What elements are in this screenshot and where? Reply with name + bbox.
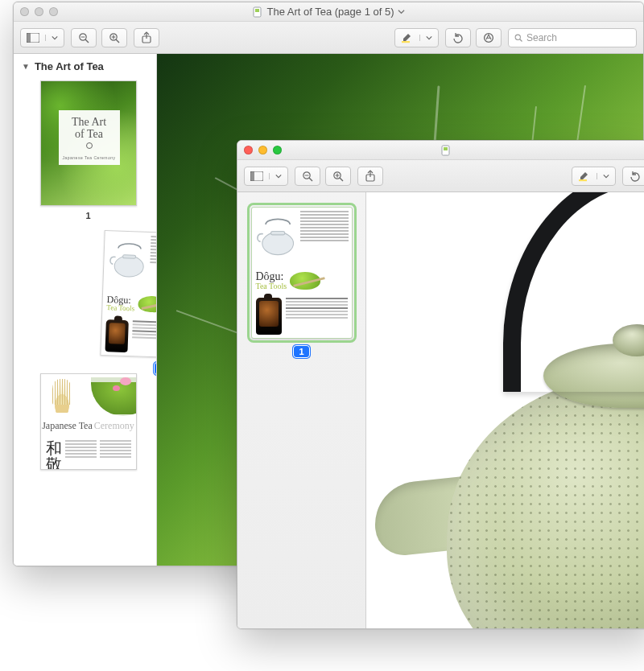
highlight-button[interactable]	[394, 28, 439, 47]
svg-rect-19	[442, 146, 449, 155]
teapot-icon	[105, 240, 149, 280]
zoom-button[interactable]	[49, 7, 58, 16]
rotate-button[interactable]	[622, 167, 644, 186]
titlebar-back[interactable]: The Art of Tea (page 1 of 5)	[14, 2, 643, 22]
zoom-in-icon	[108, 31, 121, 44]
search-field[interactable]: Search	[508, 28, 637, 47]
sidebar-toggle[interactable]	[20, 28, 64, 47]
zoom-out-icon	[301, 170, 314, 183]
document-icon	[252, 6, 263, 18]
titlebar-front[interactable]	[237, 141, 644, 160]
chevron-down-icon	[269, 173, 287, 179]
svg-line-24	[309, 178, 312, 181]
teapot-image	[382, 192, 644, 628]
svg-rect-22	[250, 171, 254, 181]
sidebar-icon	[21, 33, 45, 43]
chevron-down-icon	[597, 173, 615, 179]
preview-window-front: Dôgu: Tea Tools 1	[237, 140, 644, 629]
svg-line-8	[116, 39, 119, 43]
page-thumbnail-1[interactable]: Dôgu: Tea Tools	[251, 207, 353, 339]
svg-rect-34	[270, 232, 284, 235]
minimize-button[interactable]	[35, 7, 43, 16]
page-thumbnail-2[interactable]: Dôgu: Tea Tools	[100, 230, 157, 359]
page-number-1: 1	[85, 211, 90, 220]
share-button[interactable]	[134, 28, 159, 47]
svg-line-16	[520, 39, 522, 41]
whisk-icon	[46, 379, 78, 413]
minimize-button[interactable]	[258, 146, 267, 154]
zoom-in-button[interactable]	[101, 28, 127, 47]
sidebar-heading: The Art of Tea	[35, 60, 104, 72]
zoom-out-button[interactable]	[295, 167, 320, 186]
chevron-down-icon[interactable]	[398, 8, 405, 15]
teapot-icon	[254, 216, 299, 257]
tea-caddy-icon	[105, 319, 128, 352]
share-button[interactable]	[357, 167, 383, 186]
cover-card: The Art of Tea Japanese Tea Ceremony	[59, 110, 120, 165]
window-title: The Art of Tea (page 1 of 5)	[266, 6, 394, 18]
share-icon	[141, 31, 152, 44]
markup-icon	[482, 31, 495, 44]
svg-line-27	[340, 178, 343, 181]
ceremony-title: Japanese Tea Ceremony	[41, 414, 136, 437]
svg-rect-3	[27, 33, 31, 43]
zoom-out-icon	[77, 31, 90, 44]
share-icon	[365, 170, 376, 183]
toolbar-back: Search	[14, 22, 643, 54]
chevron-down-icon	[45, 35, 64, 41]
rotate-icon	[452, 32, 464, 43]
highlighter-icon	[572, 171, 597, 182]
svg-rect-0	[254, 7, 261, 17]
highlight-button[interactable]	[572, 167, 616, 186]
markup-button[interactable]	[476, 28, 502, 47]
svg-point-15	[515, 35, 520, 39]
svg-rect-1	[255, 9, 259, 12]
disclosure-triangle-icon[interactable]: ▼	[22, 62, 30, 71]
highlighter-icon	[395, 32, 419, 43]
thumbnail-sidebar[interactable]: ▼ The Art of Tea The Art of Tea Japanese…	[14, 54, 157, 566]
thumbnail-sidebar-front[interactable]: Dôgu: Tea Tools 1	[237, 192, 366, 628]
chevron-down-icon	[419, 35, 438, 41]
svg-rect-18	[122, 255, 135, 259]
tea-caddy-icon	[256, 298, 282, 335]
traffic-lights-front[interactable]	[244, 146, 282, 154]
page-thumbnail-3[interactable]: Japanese Tea Ceremony 和 敬	[40, 373, 137, 470]
page-thumbnail-1[interactable]: The Art of Tea Japanese Tea Ceremony	[40, 80, 137, 206]
close-button[interactable]	[244, 146, 253, 154]
document-icon	[440, 145, 452, 156]
zoom-button[interactable]	[273, 146, 282, 154]
svg-rect-20	[444, 147, 448, 150]
rotate-button[interactable]	[445, 28, 471, 47]
zoom-out-button[interactable]	[71, 28, 97, 47]
page-badge: 1	[293, 345, 309, 358]
svg-line-5	[85, 39, 89, 43]
search-icon	[514, 33, 523, 43]
zoom-in-icon	[332, 170, 345, 183]
svg-rect-13	[402, 41, 410, 43]
zoom-in-button[interactable]	[325, 167, 351, 186]
document-canvas-front[interactable]	[366, 192, 644, 628]
sidebar-heading-row[interactable]: ▼ The Art of Tea	[14, 57, 156, 77]
toolbar-front	[237, 160, 644, 192]
close-button[interactable]	[20, 7, 29, 16]
sidebar-toggle[interactable]	[244, 167, 288, 186]
sidebar-icon	[245, 171, 269, 181]
svg-point-33	[262, 233, 293, 255]
traffic-lights-back[interactable]	[20, 7, 58, 16]
rotate-icon	[629, 171, 642, 182]
svg-rect-32	[579, 179, 587, 181]
search-placeholder: Search	[526, 32, 557, 43]
